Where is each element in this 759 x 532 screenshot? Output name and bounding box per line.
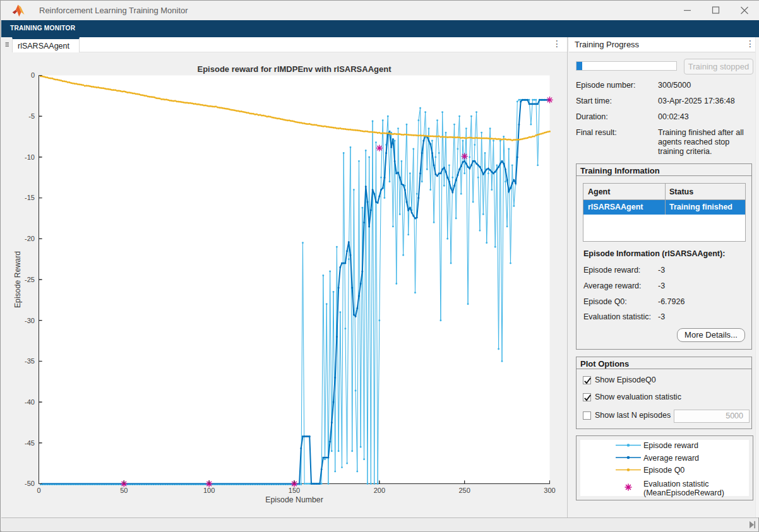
svg-text:0: 0	[37, 487, 40, 494]
svg-text:-45: -45	[25, 439, 35, 447]
svg-text:Episode reward: Episode reward	[643, 441, 698, 450]
svg-text:-25: -25	[25, 276, 35, 283]
svg-text:-10: -10	[25, 153, 35, 161]
svg-text:Average reward: Average reward	[643, 454, 699, 463]
svg-text:Episode reward for rlMDPEnv wi: Episode reward for rlMDPEnv with rlSARSA…	[198, 64, 392, 74]
svg-text:Episode Reward: Episode Reward	[13, 251, 22, 308]
svg-text:Evaluation statistic: Evaluation statistic	[643, 480, 709, 488]
svg-text:-15: -15	[25, 194, 35, 201]
svg-text:-35: -35	[25, 357, 35, 365]
svg-text:Episode Number: Episode Number	[265, 495, 323, 504]
svg-text:Episode Q0: Episode Q0	[643, 466, 684, 475]
svg-text:200: 200	[374, 487, 385, 494]
svg-text:-5: -5	[28, 112, 35, 120]
svg-text:-20: -20	[25, 235, 35, 242]
svg-text:250: 250	[458, 487, 470, 494]
svg-text:-50: -50	[25, 480, 35, 487]
svg-text:100: 100	[203, 487, 215, 494]
svg-text:50: 50	[120, 487, 128, 494]
svg-text:300: 300	[544, 487, 555, 494]
svg-text:0: 0	[31, 71, 35, 79]
svg-text:-30: -30	[25, 317, 35, 324]
svg-text:(MeanEpisodeReward): (MeanEpisodeReward)	[643, 488, 724, 497]
svg-text:150: 150	[289, 487, 300, 494]
svg-text:-40: -40	[25, 398, 35, 406]
